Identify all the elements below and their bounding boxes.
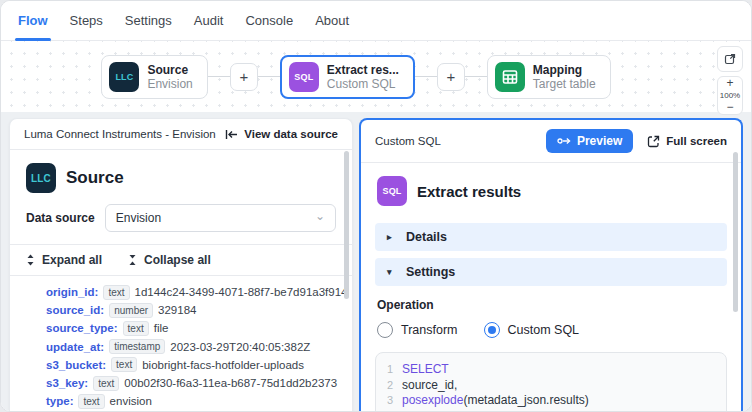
node-mapping[interactable]: Mapping Target table xyxy=(487,55,611,99)
field-key: origin_id: xyxy=(46,286,98,298)
details-label: Details xyxy=(406,230,447,244)
external-link-icon xyxy=(724,53,736,65)
type-badge: text xyxy=(93,376,119,391)
field-value: envision xyxy=(110,395,152,407)
custom-sql-title: Custom SQL xyxy=(375,135,441,147)
source-panel-title: Luma Connect Instruments - Envision xyxy=(24,128,216,140)
llc-source-icon: LLC xyxy=(26,163,56,193)
line-number: 4 xyxy=(376,409,402,412)
code-line-4: 4FROM xyxy=(376,409,726,412)
sql-step-icon: SQL xyxy=(377,176,407,206)
add-step-button-2[interactable]: + xyxy=(437,63,465,91)
node-title: Mapping xyxy=(533,63,596,77)
flow-canvas[interactable]: LLC Source Envision + SQL Extract res...… xyxy=(1,41,751,112)
field-value: 1d144c24-3499-4071-88f7-be7d91a3f914 xyxy=(135,286,348,298)
zoom-out-button[interactable]: − xyxy=(718,101,742,114)
operation-label: Operation xyxy=(377,298,725,312)
source-panel: Luma Connect Instruments - Envision View… xyxy=(9,118,353,411)
caret-down-icon: ▾ xyxy=(387,267,397,277)
radio-circle-icon xyxy=(377,322,393,338)
sql-keyword: posexplode xyxy=(402,393,463,409)
node-title: Extract res... xyxy=(327,63,399,77)
step-heading-row: SQL Extract results xyxy=(361,163,741,216)
chevron-down-icon: ⌄ xyxy=(315,209,325,223)
tab-console[interactable]: Console xyxy=(234,1,304,40)
fullscreen-label: Full screen xyxy=(666,135,727,147)
operation-radios: Transform Custom SQL xyxy=(377,322,725,338)
tree-row-s3-key[interactable]: s3_key:text00b02f30-f6a3-11ea-b687-75d1d… xyxy=(10,374,352,392)
line-number: 3 xyxy=(376,393,402,409)
tab-settings[interactable]: Settings xyxy=(114,1,183,40)
node-extract-results[interactable]: SQL Extract res... Custom SQL xyxy=(280,55,415,99)
operation-block: Operation Transform Custom SQL xyxy=(377,298,725,338)
field-value: 2023-03-29T20:40:05:382Z xyxy=(170,341,310,353)
edge-connector xyxy=(415,76,437,78)
node-source[interactable]: LLC Source Envision xyxy=(101,55,207,99)
preview-button[interactable]: Preview xyxy=(546,129,633,153)
code-line-3: 3posexplode (metadata_json.results) xyxy=(376,393,726,409)
field-key: type: xyxy=(46,395,73,407)
add-step-button-1[interactable]: + xyxy=(230,63,258,91)
sql-code-editor[interactable]: 1SELECT 2source_id, 3posexplode (metadat… xyxy=(375,352,727,411)
data-source-row: Data source Envision ⌄ xyxy=(10,202,352,244)
tab-about[interactable]: About xyxy=(304,1,360,40)
collapse-all-button[interactable]: Collapse all xyxy=(128,253,211,267)
view-data-source-icon xyxy=(225,129,238,140)
header-actions: Preview Full screen xyxy=(546,129,727,153)
tree-row-metadata-version[interactable]: metadata_version:number1.0.11 xyxy=(10,410,352,411)
node-subtitle: Target table xyxy=(533,77,596,91)
radio-custom-sql[interactable]: Custom SQL xyxy=(484,322,580,338)
type-badge: number xyxy=(109,303,153,318)
tree-row-s3-bucket[interactable]: s3_bucket:textbiobright-facs-hotfolder-u… xyxy=(10,356,352,374)
details-accordion[interactable]: ▸ Details xyxy=(375,223,727,251)
tree-row-source-type[interactable]: source_type:textfile xyxy=(10,319,352,337)
main-area: Luma Connect Instruments - Envision View… xyxy=(1,112,751,411)
field-key: source_id: xyxy=(46,304,104,316)
data-source-label: Data source xyxy=(26,211,95,225)
sql-text: (metadata_json.results) xyxy=(463,393,588,409)
sql-keyword: SELECT xyxy=(402,362,449,378)
tree-row-type[interactable]: type:textenvision xyxy=(10,392,352,410)
view-data-source-button[interactable]: View data source xyxy=(225,128,338,140)
node-title: Source xyxy=(147,63,192,77)
type-badge: timestamp xyxy=(109,339,165,354)
right-panel-scrollbar[interactable] xyxy=(733,152,738,312)
flow-nodes: LLC Source Envision + SQL Extract res...… xyxy=(1,41,711,112)
data-source-value: Envision xyxy=(116,211,161,225)
field-value: 329184 xyxy=(158,304,196,316)
radio-circle-icon xyxy=(484,322,500,338)
radio-transform[interactable]: Transform xyxy=(377,322,458,338)
tree-row-origin-id[interactable]: origin_id:text1d144c24-3499-4071-88f7-be… xyxy=(10,283,352,301)
edge-connector xyxy=(258,76,280,78)
edge-connector xyxy=(465,76,487,78)
zoom-control: + 100% − xyxy=(717,76,743,115)
node-source-text: Source Envision xyxy=(147,63,192,91)
source-panel-header: Luma Connect Instruments - Envision View… xyxy=(10,119,352,150)
field-tree: origin_id:text1d144c24-3499-4071-88f7-be… xyxy=(10,276,352,411)
node-mapping-text: Mapping Target table xyxy=(533,63,596,91)
settings-accordion[interactable]: ▾ Settings xyxy=(375,258,727,286)
sql-keyword: FROM xyxy=(402,409,437,412)
tree-row-update-at[interactable]: update_at:timestamp2023-03-29T20:40:05:3… xyxy=(10,338,352,356)
left-panel-scrollbar[interactable] xyxy=(344,151,349,299)
tab-flow[interactable]: Flow xyxy=(7,1,59,40)
type-badge: text xyxy=(103,285,129,300)
top-nav: Flow Steps Settings Audit Console About xyxy=(1,1,751,41)
fullscreen-button[interactable]: Full screen xyxy=(647,135,727,148)
source-heading: Source xyxy=(66,168,124,188)
zoom-in-button[interactable]: + xyxy=(718,77,742,90)
source-heading-row: LLC Source xyxy=(10,150,352,202)
tree-row-source-id[interactable]: source_id:number329184 xyxy=(10,301,352,319)
tab-steps[interactable]: Steps xyxy=(59,1,114,40)
type-badge: text xyxy=(111,357,137,372)
fullscreen-icon xyxy=(647,135,660,148)
preview-label: Preview xyxy=(577,134,622,148)
radio-transform-label: Transform xyxy=(401,323,458,337)
custom-sql-panel: Custom SQL Preview Full screen xyxy=(359,118,743,411)
expand-all-button[interactable]: Expand all xyxy=(26,253,102,267)
settings-label: Settings xyxy=(406,265,455,279)
tab-audit[interactable]: Audit xyxy=(183,1,235,40)
caret-right-icon: ▸ xyxy=(387,232,397,242)
data-source-select[interactable]: Envision ⌄ xyxy=(105,204,336,232)
open-canvas-button[interactable] xyxy=(717,46,743,72)
